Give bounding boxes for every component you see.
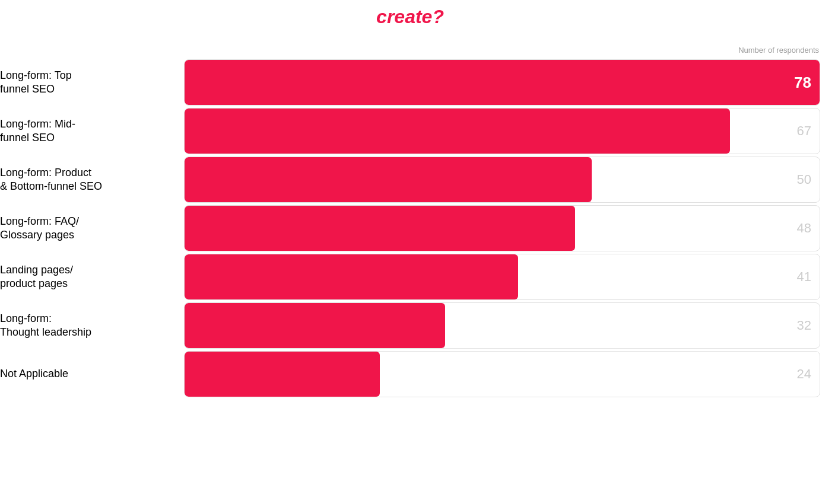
bar-value: 50 xyxy=(797,172,811,187)
bar-wrapper: 24 xyxy=(184,351,820,397)
bar-fill xyxy=(185,352,380,397)
bar-value: 32 xyxy=(797,318,811,333)
bar-row: Long-form: Mid-funnel SEO67 xyxy=(184,108,820,154)
bar-row: Long-form: Topfunnel SEO78 xyxy=(184,59,820,106)
bar-fill xyxy=(185,206,575,251)
bar-value: 67 xyxy=(797,123,811,139)
bar-row: Long-form: FAQ/Glossary pages48 xyxy=(184,205,820,251)
bar-fill xyxy=(185,60,820,105)
bar-value: 24 xyxy=(797,366,811,382)
bar-value: 78 xyxy=(794,74,811,92)
bar-row: Long-form:Thought leadership32 xyxy=(184,302,820,349)
bar-label: Not Applicable xyxy=(0,367,175,381)
chart-container: create? Number of respondents Long-form:… xyxy=(0,0,838,504)
bar-label: Landing pages/product pages xyxy=(0,263,175,291)
bar-label: Long-form: Mid-funnel SEO xyxy=(0,117,175,145)
bar-fill xyxy=(185,109,730,154)
bar-label: Long-form:Thought leadership xyxy=(0,312,175,340)
bar-value: 41 xyxy=(797,269,811,285)
bar-wrapper: 67 xyxy=(184,108,820,154)
bar-fill xyxy=(185,157,592,202)
bar-row: Long-form: Product& Bottom-funnel SEO50 xyxy=(184,157,820,203)
chart-area: Long-form: Topfunnel SEO78Long-form: Mid… xyxy=(0,59,820,400)
bar-fill xyxy=(185,303,445,348)
bar-value: 48 xyxy=(797,221,811,236)
bar-wrapper: 50 xyxy=(184,157,820,203)
bar-label: Long-form: Product& Bottom-funnel SEO xyxy=(0,166,175,194)
bar-fill xyxy=(185,254,518,299)
bar-wrapper: 78 xyxy=(184,59,820,106)
bar-label: Long-form: FAQ/Glossary pages xyxy=(0,215,175,243)
bar-wrapper: 48 xyxy=(184,205,820,251)
bar-wrapper: 32 xyxy=(184,302,820,349)
bar-label: Long-form: Topfunnel SEO xyxy=(0,69,175,97)
bar-row: Not Applicable24 xyxy=(184,351,820,397)
bar-row: Landing pages/product pages41 xyxy=(184,254,820,300)
chart-title: create? xyxy=(0,0,820,46)
bar-wrapper: 41 xyxy=(184,254,820,300)
respondents-label: Number of respondents xyxy=(0,46,820,55)
